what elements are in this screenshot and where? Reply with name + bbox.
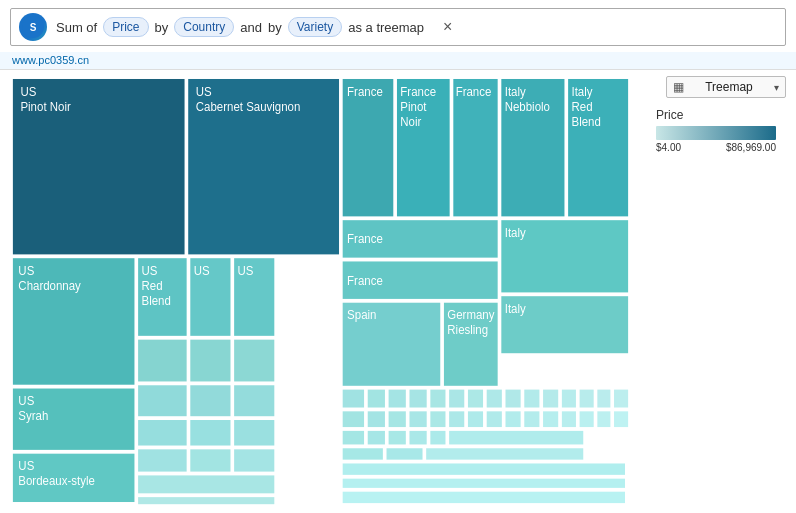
cell-many-9 bbox=[505, 389, 522, 409]
url-text: www.pc0359.cn bbox=[12, 54, 89, 66]
connector-by1: by bbox=[155, 20, 169, 35]
cell-us-bordeaux bbox=[12, 453, 135, 503]
right-panel: ▦ Treemap ▾ Price $4.00 $86,969.00 bbox=[631, 76, 786, 505]
cell-r3-3 bbox=[388, 430, 407, 445]
search-bar: S Sum of Price by Country and by Variety… bbox=[10, 8, 786, 46]
cell-r2-15 bbox=[613, 411, 629, 428]
cell-r2-11 bbox=[542, 411, 559, 428]
cell-us-red-blend bbox=[137, 257, 187, 336]
cell-r4-wide bbox=[425, 447, 584, 460]
cell-france-pinot bbox=[396, 78, 450, 217]
cell-small-13 bbox=[137, 475, 275, 495]
cell-many-12 bbox=[561, 389, 577, 409]
cell-r4-1 bbox=[342, 447, 384, 460]
cell-small-8 bbox=[190, 419, 232, 446]
svg-text:S: S bbox=[30, 22, 37, 33]
cell-r2-8 bbox=[486, 411, 503, 428]
cell-small-14 bbox=[137, 496, 275, 505]
cell-r2-10 bbox=[523, 411, 540, 428]
dropdown-arrow-icon: ▾ bbox=[774, 82, 779, 93]
cell-small-1 bbox=[137, 339, 187, 382]
cell-italy-red-blend bbox=[567, 78, 629, 217]
cell-many-15 bbox=[613, 389, 629, 409]
cell-many-6 bbox=[448, 389, 465, 409]
cell-r2-6 bbox=[448, 411, 465, 428]
cell-germany-riesling bbox=[443, 302, 498, 387]
cell-r2-3 bbox=[388, 411, 407, 428]
cell-small-9 bbox=[233, 419, 275, 446]
cell-italy-1 bbox=[501, 219, 629, 293]
treemap-svg: US Pinot Noir US Cabernet Sauvignon Fran… bbox=[10, 76, 631, 505]
cell-many-14 bbox=[597, 389, 612, 409]
cell-r2-4 bbox=[409, 411, 428, 428]
connector-and: and bbox=[240, 20, 262, 35]
cell-r3-5 bbox=[430, 430, 447, 445]
url-bar: www.pc0359.cn bbox=[0, 52, 796, 70]
legend-labels: $4.00 $86,969.00 bbox=[656, 142, 776, 153]
chart-type-label: Treemap bbox=[705, 80, 753, 94]
cell-r2-2 bbox=[367, 411, 386, 428]
cell-r3-2 bbox=[367, 430, 386, 445]
cell-small-5 bbox=[190, 384, 232, 417]
chart-type-selector[interactable]: ▦ Treemap ▾ bbox=[666, 76, 786, 98]
cell-italy-2 bbox=[501, 295, 629, 354]
cell-r2-7 bbox=[467, 411, 484, 428]
cell-many-2 bbox=[367, 389, 386, 409]
token-variety[interactable]: Variety bbox=[288, 17, 342, 37]
chart-area: US Pinot Noir US Cabernet Sauvignon Fran… bbox=[0, 70, 796, 511]
color-legend: Price $4.00 $86,969.00 bbox=[656, 108, 786, 153]
cell-r2-5 bbox=[430, 411, 447, 428]
app-logo: S bbox=[19, 13, 47, 41]
cell-small-10 bbox=[137, 449, 187, 473]
cell-spain bbox=[342, 302, 441, 387]
cell-many-7 bbox=[467, 389, 484, 409]
cell-small-2 bbox=[190, 339, 232, 382]
legend-title: Price bbox=[656, 108, 786, 122]
cell-us-3 bbox=[190, 257, 232, 336]
cell-r7-wide bbox=[342, 491, 626, 504]
cell-many-3 bbox=[388, 389, 407, 409]
token-country[interactable]: Country bbox=[174, 17, 234, 37]
cell-many-10 bbox=[523, 389, 540, 409]
legend-min: $4.00 bbox=[656, 142, 681, 153]
search-suffix: as a treemap bbox=[348, 20, 424, 35]
cell-r6-wide bbox=[342, 478, 626, 489]
cell-small-6 bbox=[233, 384, 275, 417]
cell-us-4 bbox=[233, 257, 275, 336]
cell-r3-wide bbox=[448, 430, 584, 445]
cell-small-12 bbox=[233, 449, 275, 473]
cell-r2-14 bbox=[597, 411, 612, 428]
cell-many-1 bbox=[342, 389, 365, 409]
cell-r4-2 bbox=[386, 447, 424, 460]
cell-us-pinot-noir bbox=[12, 78, 185, 255]
cell-france-1 bbox=[342, 78, 394, 217]
cell-france-3 bbox=[342, 219, 499, 258]
cell-many-5 bbox=[430, 389, 447, 409]
cell-many-13 bbox=[579, 389, 595, 409]
token-price[interactable]: Price bbox=[103, 17, 148, 37]
cell-r3-1 bbox=[342, 430, 365, 445]
cell-r3-4 bbox=[409, 430, 428, 445]
cell-many-8 bbox=[486, 389, 503, 409]
cell-r2-13 bbox=[579, 411, 595, 428]
cell-small-4 bbox=[137, 384, 187, 417]
cell-us-chardonnay bbox=[12, 257, 135, 385]
cell-r2-12 bbox=[561, 411, 577, 428]
legend-gradient bbox=[656, 126, 776, 140]
close-button[interactable]: × bbox=[437, 16, 458, 38]
treemap: US Pinot Noir US Cabernet Sauvignon Fran… bbox=[10, 76, 631, 505]
cell-small-11 bbox=[190, 449, 232, 473]
cell-many-4 bbox=[409, 389, 428, 409]
cell-us-syrah bbox=[12, 388, 135, 451]
treemap-icon: ▦ bbox=[673, 80, 684, 94]
cell-r2-1 bbox=[342, 411, 365, 428]
cell-italy-nebbiolo bbox=[501, 78, 566, 217]
cell-france-4 bbox=[342, 261, 499, 300]
legend-max: $86,969.00 bbox=[726, 142, 776, 153]
cell-r2-9 bbox=[505, 411, 522, 428]
cell-small-7 bbox=[137, 419, 187, 446]
cell-many-11 bbox=[542, 389, 559, 409]
cell-small-3 bbox=[233, 339, 275, 382]
search-prefix: Sum of bbox=[56, 20, 97, 35]
cell-france-2 bbox=[453, 78, 499, 217]
